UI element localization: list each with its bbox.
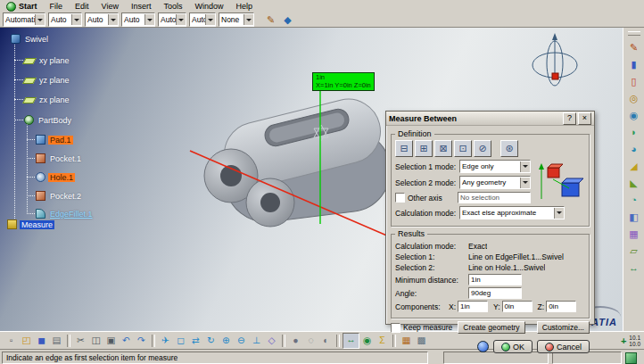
- draft-icon[interactable]: ◣: [626, 176, 641, 191]
- measure-mode-chain-icon[interactable]: ⊡: [454, 140, 472, 157]
- apply-icon[interactable]: [477, 341, 489, 352]
- chevron-down-icon[interactable]: [176, 14, 186, 25]
- minimum-distance-field[interactable]: 1in: [468, 274, 522, 285]
- tree-item-swivel[interactable]: Swivel: [11, 33, 50, 45]
- chevron-down-icon[interactable]: [35, 14, 45, 25]
- combo-automatic[interactable]: Automatic: [3, 12, 45, 27]
- rib-icon[interactable]: ◗: [626, 125, 641, 140]
- tree-item-pocket1[interactable]: Pocket.1: [36, 153, 83, 164]
- zoom-out-icon[interactable]: ⊖: [234, 334, 249, 348]
- angle-field[interactable]: 90deg: [468, 287, 522, 299]
- save-icon[interactable]: ◼: [34, 334, 49, 348]
- ok-button[interactable]: OK: [493, 340, 533, 353]
- toolbar-grip[interactable]: [628, 31, 640, 36]
- hide-show-icon[interactable]: ◐: [318, 334, 334, 348]
- fly-mode-icon[interactable]: ✈: [158, 334, 173, 348]
- fit-all-icon[interactable]: ◻: [173, 334, 188, 348]
- paste-icon[interactable]: ▣: [103, 334, 119, 348]
- menu-edit[interactable]: Edit: [69, 0, 95, 12]
- chevron-down-icon[interactable]: [144, 14, 154, 25]
- tree-item-pocket2[interactable]: Pocket.2: [36, 190, 83, 202]
- pan-icon[interactable]: ⇄: [188, 334, 203, 348]
- tree-item-pad1[interactable]: Pad.1: [36, 134, 73, 145]
- y-component-field[interactable]: 0in: [502, 301, 533, 312]
- customize-button[interactable]: Customize...: [537, 321, 590, 334]
- chevron-down-icon[interactable]: [520, 161, 530, 172]
- tree-item-partbody[interactable]: PartBody: [24, 114, 73, 126]
- chevron-down-icon[interactable]: [520, 178, 530, 188]
- measure-mode-between-icon[interactable]: ⊠: [434, 140, 452, 157]
- dialog-title-bar[interactable]: Measure Between ? ×: [386, 112, 594, 126]
- hole-icon[interactable]: ◉: [626, 108, 641, 123]
- print-icon[interactable]: ▤: [49, 334, 64, 348]
- x-component-field[interactable]: 1in: [458, 301, 488, 312]
- undo-icon[interactable]: ↶: [119, 334, 134, 348]
- copy-icon[interactable]: ◫: [88, 334, 103, 348]
- mirror-icon[interactable]: ◧: [626, 210, 641, 225]
- menu-file[interactable]: File: [44, 0, 70, 12]
- combo-auto-5[interactable]: Auto: [189, 12, 216, 27]
- open-folder-icon[interactable]: ◰: [19, 334, 34, 348]
- close-icon[interactable]: ×: [578, 112, 591, 125]
- combo-none[interactable]: None: [219, 12, 254, 27]
- combo-auto-2[interactable]: Auto: [85, 12, 119, 27]
- menu-tools[interactable]: Tools: [157, 0, 188, 12]
- measure-thickness-icon[interactable]: ⊛: [500, 140, 518, 157]
- rotate-icon[interactable]: ↻: [203, 334, 219, 348]
- create-geometry-button[interactable]: Create geometry: [458, 321, 524, 334]
- wireframe-icon[interactable]: ◌: [303, 334, 318, 348]
- shaft-icon[interactable]: ◎: [626, 91, 641, 106]
- pattern-icon[interactable]: ▦: [626, 227, 641, 242]
- tree-item-yz-plane[interactable]: yz plane: [24, 74, 71, 86]
- pocket-icon[interactable]: ▯: [626, 74, 641, 89]
- other-axis-checkbox[interactable]: [395, 193, 405, 203]
- combo-auto-3[interactable]: Auto: [121, 12, 155, 27]
- keep-measure-checkbox[interactable]: [391, 323, 400, 333]
- measure-mode-min-icon[interactable]: ⊟: [395, 140, 413, 157]
- fillet-icon[interactable]: ◕: [626, 142, 641, 157]
- redo-icon[interactable]: ↷: [134, 334, 149, 348]
- tree-item-zx-plane[interactable]: zx plane: [24, 94, 71, 105]
- ref-plane-icon[interactable]: ▱: [626, 244, 641, 259]
- sketcher-icon[interactable]: ✎: [626, 40, 641, 55]
- other-axis-field[interactable]: No selection: [458, 192, 531, 203]
- zoom-in-icon[interactable]: ⊕: [219, 334, 234, 348]
- chevron-down-icon[interactable]: [108, 14, 118, 25]
- view-compass[interactable]: [523, 31, 585, 94]
- chevron-down-icon[interactable]: [554, 208, 564, 219]
- chevron-down-icon[interactable]: [205, 14, 215, 25]
- painter-icon[interactable]: ✎: [264, 13, 277, 27]
- measure-item-icon[interactable]: ◉: [359, 334, 375, 348]
- measure-mode-max-icon[interactable]: ⊞: [415, 140, 433, 157]
- cut-icon[interactable]: ✂: [73, 334, 88, 348]
- graphic-wizard-icon[interactable]: ◆: [281, 13, 294, 27]
- chevron-down-icon[interactable]: [244, 14, 253, 25]
- new-file-icon[interactable]: ▫: [4, 334, 19, 348]
- normal-view-icon[interactable]: ⊥: [249, 334, 264, 348]
- selection1-mode-combo[interactable]: Edge only: [459, 160, 531, 173]
- menu-insert[interactable]: Insert: [125, 0, 158, 12]
- combo-auto-4[interactable]: Auto: [158, 12, 186, 27]
- combo-auto-1[interactable]: Auto: [48, 12, 82, 27]
- tree-item-hole1[interactable]: Hole.1: [36, 171, 75, 183]
- tree-item-measure[interactable]: Measure: [7, 219, 54, 230]
- z-component-field[interactable]: 0in: [546, 301, 576, 312]
- measure-mode-fan-icon[interactable]: ⊘: [474, 140, 491, 157]
- menu-window[interactable]: Window: [188, 0, 229, 12]
- tree-item-xy-plane[interactable]: xy plane: [24, 54, 71, 66]
- help-button[interactable]: ?: [563, 112, 576, 125]
- shading-icon[interactable]: ●: [288, 334, 303, 348]
- cancel-button[interactable]: Cancel: [537, 340, 590, 353]
- chamfer-icon[interactable]: ◢: [626, 159, 641, 174]
- start-menu[interactable]: Start: [0, 0, 44, 12]
- measure-tool-icon[interactable]: ↔: [626, 261, 641, 276]
- pad-icon[interactable]: ▮: [626, 57, 641, 72]
- menu-help[interactable]: Help: [229, 0, 259, 12]
- iso-view-icon[interactable]: ◇: [264, 334, 279, 348]
- selection2-mode-combo[interactable]: Any geometry: [459, 176, 531, 189]
- shell-icon[interactable]: ◔: [626, 193, 641, 208]
- calculation-mode-combo[interactable]: Exact else approximate: [459, 206, 565, 219]
- measure-between-icon[interactable]: ↔: [343, 333, 359, 349]
- chevron-down-icon[interactable]: [71, 14, 81, 25]
- menu-view[interactable]: View: [95, 0, 125, 12]
